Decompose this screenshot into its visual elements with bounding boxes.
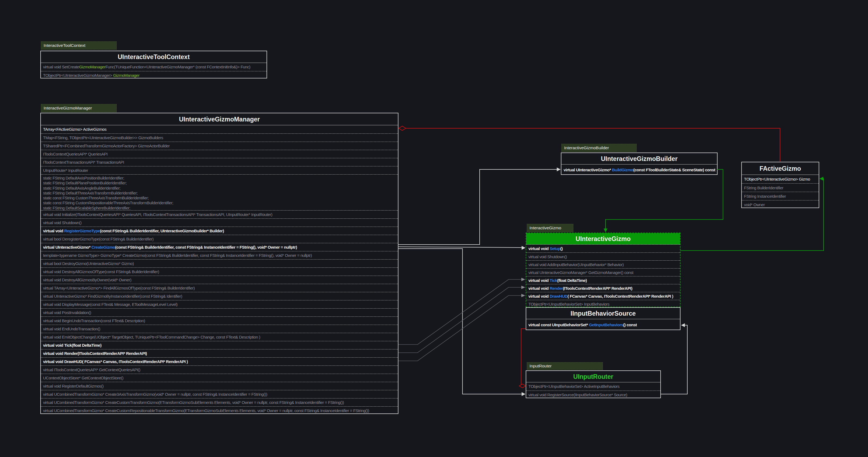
member-row: TMap<FString, TObjectPtr<UInteractiveGiz… — [41, 133, 398, 142]
class-box-builder[interactable]: UInteractiveGizmoBuildervirtual UInterac… — [561, 153, 718, 175]
member-row: virtual void Tick(float DeltaTime) — [526, 276, 680, 284]
member-text: virtual void — [43, 228, 64, 233]
method-link[interactable]: Setup — [550, 246, 560, 251]
member-row: virtual UInteractiveGizmo* FindGizmoByIn… — [41, 292, 398, 300]
member-text: UContextObjectStore* GetContextObjectSto… — [43, 376, 123, 380]
member-row: virtual void EmitObjectChange(UObject* T… — [41, 333, 398, 341]
member-text: virtual void PostInvalidation() — [43, 310, 91, 315]
method-link[interactable]: GetInputBehaviors — [589, 323, 623, 327]
member-text: TObjectPtr<UInputBehaviorSet> ActiveInpu… — [528, 384, 619, 389]
member-text: virtual void Initialize(IToolsContextQue… — [43, 212, 272, 217]
member-row: virtual UInteractiveGizmoManager* GetGiz… — [526, 268, 680, 276]
member-text: virtual TArray<UInteractiveGizmo*> FindA… — [43, 286, 194, 290]
member-text: static const FString CustomThreeAxisTran… — [43, 196, 396, 200]
member-row: virtual UCombinedTransformGizmo* CreateC… — [41, 406, 398, 415]
member-row: virtual void Tick(float DeltaTime) — [41, 341, 398, 349]
member-text: ( FCanvas* Canvas, IToolsContextRenderAP… — [567, 294, 673, 298]
member-row: virtual void DestroyAllGizmosByOwner(voi… — [41, 275, 398, 284]
member-text: (const FToolBuilderState& SceneState) co… — [633, 167, 715, 172]
member-text: TMap<FString, TObjectPtr<UInteractiveGiz… — [43, 135, 163, 140]
class-tab-inputrouter[interactable]: InputRouter — [527, 362, 603, 370]
member-text: virtual void BeginUndoTransaction(const … — [43, 318, 145, 323]
member-row: UContextObjectStore* GetContextObjectSto… — [41, 374, 398, 382]
class-box-toolcontext[interactable]: UInteractiveToolContextvirtual void SetC… — [40, 51, 267, 78]
call-creategizmo-to-registersource — [398, 249, 525, 396]
member-row: virtual void DestroyAllGizmosOfType(cons… — [41, 267, 398, 275]
method-link[interactable]: BuildGizmo — [612, 167, 633, 172]
member-row: IToolsContextTransactionsAPI* Transactio… — [41, 158, 398, 166]
call-registersource-to-getinputbehaviors — [661, 323, 687, 394]
member-text: virtual bool DestroyGizmo(UInteractiveGi… — [43, 261, 134, 266]
class-tab-builder[interactable]: InteractiveGizmoBuilder — [561, 144, 637, 152]
member-text: virtual UInteractiveGizmo* — [43, 245, 91, 250]
member-text: virtual UInteractiveGizmo* FindGizmoByIn… — [43, 294, 182, 298]
class-box-manager[interactable]: UInteractiveGizmoManagerTArray<FActiveGi… — [40, 113, 398, 414]
class-tab-toolcontext[interactable]: InteractiveToolContext — [41, 41, 117, 50]
member-row: TObjectPtr<UInteractiveGizmoManager> Giz… — [41, 71, 267, 79]
member-row: virtual void BeginUndoTransaction(const … — [41, 317, 398, 325]
member-row: virtual bool DestroyGizmo(UInteractiveGi… — [41, 259, 398, 267]
member-text: virtual UCombinedTransformGizmo* Create3… — [43, 392, 267, 396]
member-text: IToolsContextTransactionsAPI* Transactio… — [43, 160, 124, 164]
class-tab-label: InputRouter — [529, 364, 552, 368]
member-text: template<typename GizmoType> GizmoType* … — [43, 253, 312, 258]
member-row: TObjectPtr<UInteractiveGizmo> Gizmo — [742, 175, 819, 183]
class-box-inputrouter[interactable]: UInputRouterTObjectPtr<UInputBehaviorSet… — [526, 370, 661, 398]
class-tab-manager[interactable]: InteractiveGizmoManager — [41, 104, 117, 112]
member-row: virtual IToolsContextQueriesAPI* GetCont… — [41, 365, 398, 374]
member-row: UInputRouter* InputRouter — [41, 166, 398, 174]
member-row: virtual void SetCreateGizmoManagerFunc(T… — [41, 63, 267, 71]
member-text: static FString DefaultThreeAxisTransform… — [43, 191, 396, 196]
member-text: virtual void — [528, 278, 550, 283]
member-text: virtual UInteractiveGizmoManager* GetGiz… — [528, 270, 633, 275]
class-box-gizmo[interactable]: UInteractiveGizmovirtual void Setup()vir… — [526, 233, 681, 307]
class-diagram-canvas: InteractiveToolContextUInteractiveToolCo… — [0, 0, 868, 457]
class-box-iibsource[interactable]: IInputBehaviorSourcevirtual const UInput… — [526, 307, 681, 330]
member-text: virtual void DestroyAllGizmosByOwner(voi… — [43, 278, 131, 282]
member-row: virtual void RegisterDefaultGizmos() — [41, 382, 398, 390]
member-row: virtual void RegisterSource(IInputBehavi… — [526, 391, 660, 399]
member-text: (IToolsContextRenderAPI* RenderAPI) — [563, 286, 632, 291]
member-row: virtual void DrawHUD( FCanvas* Canvas, I… — [526, 292, 680, 300]
method-link[interactable]: Tick — [550, 278, 557, 283]
member-text: TSharedPtr<FCombinedTransformGizmoActorF… — [43, 143, 170, 148]
aggregation-getinputbehaviors-to-activeinputbehaviors — [519, 329, 526, 388]
class-title-builder: UInteractiveGizmoBuilder — [561, 153, 717, 164]
member-text: static FString DefaultAxisPositionBuilde… — [43, 176, 396, 181]
field-link[interactable]: GizmoManager — [79, 65, 105, 69]
member-text: virtual UInteractiveGizmo* — [564, 167, 612, 172]
member-text: virtual void DisplayMessage(const FText&… — [43, 302, 178, 307]
method-link[interactable]: Render — [550, 286, 563, 291]
member-text: virtual void EmitObjectChange(UObject* T… — [43, 335, 260, 339]
member-row: virtual void DrawHUD( FCanvas* Canvas, I… — [41, 357, 398, 365]
member-row: FString InstanceIdentifier — [742, 192, 819, 200]
member-text: virtual UCombinedTransformGizmo* CreateC… — [43, 400, 344, 405]
member-row: virtual void AddInputBehavior(UInputBeha… — [526, 260, 680, 268]
class-title-iibsource: IInputBehaviorSource — [526, 308, 680, 319]
member-row: virtual void DisplayMessage(const FText&… — [41, 300, 398, 308]
member-text: virtual void Tick(float DeltaTime) — [43, 343, 101, 348]
class-tab-gizmo[interactable]: InteractiveGizmo — [527, 224, 574, 232]
member-row: virtual void Initialize(IToolsContextQue… — [41, 210, 398, 219]
member-text: virtual void SetCreate — [43, 65, 79, 69]
call-drawhud-to-drawhud — [398, 294, 525, 361]
class-box-factivegizmo[interactable]: FActiveGizmoTObjectPtr<UInteractiveGizmo… — [741, 162, 819, 208]
member-text: Func(TUniqueFunction<UInteractiveGizmoMa… — [105, 65, 250, 69]
member-text: static const FString CustomRepositionabl… — [43, 200, 396, 205]
member-text: virtual void — [528, 294, 550, 298]
class-tab-label: InteractiveGizmoManager — [43, 106, 92, 110]
member-text: (const FString& BuilderIdentifier, UInte… — [100, 228, 224, 233]
method-link[interactable]: CreateGizmo — [91, 245, 115, 250]
member-text: virtual void — [528, 286, 550, 291]
member-text: virtual bool DeregisterGizmoType(const F… — [43, 237, 154, 241]
member-text: static FString DefaultScalableSphereBuil… — [43, 206, 396, 210]
method-link[interactable]: RegisterGizmoType — [64, 228, 100, 233]
call-render-to-render — [398, 286, 525, 353]
class-title-gizmo: UInteractiveGizmo — [526, 233, 680, 244]
member-row: TObjectPtr<UInputBehaviorSet> ActiveInpu… — [526, 382, 660, 391]
call-creategizmo-to-setup — [398, 246, 525, 250]
member-row: virtual void RegisterGizmoType(const FSt… — [41, 227, 398, 235]
member-text: virtual void Render(IToolsContextRenderA… — [43, 351, 147, 356]
method-link[interactable]: DrawHUD — [550, 294, 568, 298]
field-link[interactable]: GizmoManager — [113, 73, 140, 77]
